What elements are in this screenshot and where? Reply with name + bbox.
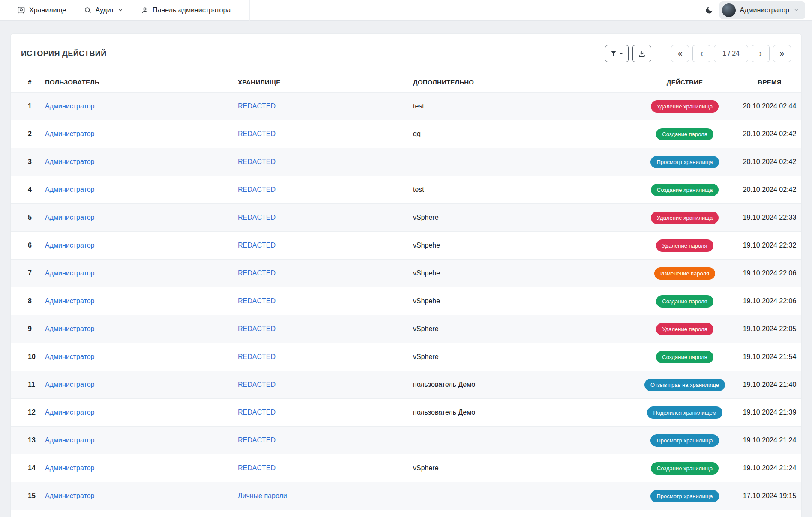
page-title: ИСТОРИЯ ДЕЙСТВИЙ <box>21 49 107 58</box>
table-row: 6 Администратор REDACTED vShpehe Удалени… <box>11 232 802 260</box>
row-number: 9 <box>11 315 45 343</box>
table-row: 1 Администратор REDACTED test Удаление х… <box>11 93 802 120</box>
row-number: 7 <box>11 260 45 287</box>
user-link[interactable]: Администратор <box>45 214 94 221</box>
table-row: 10 Администратор REDACTED vSphere Создан… <box>11 343 802 371</box>
table-row: 12 Администратор REDACTED пользователь Д… <box>11 399 802 427</box>
table-row: 7 Администратор REDACTED vShpehe Изменен… <box>11 260 802 287</box>
time-text: 19.10.2024 22:32 <box>737 232 802 260</box>
time-text: 19.10.2024 22:06 <box>737 260 802 287</box>
extra-text: пользователь Демо <box>413 371 632 399</box>
panel-controls: « ‹ 1 / 24 › » <box>605 45 791 62</box>
table-row: 5 Администратор REDACTED vSphere Удалени… <box>11 204 802 232</box>
action-badge: Просмотр хранилища <box>650 156 719 168</box>
user-link[interactable]: Администратор <box>45 464 94 472</box>
table-row: 4 Администратор REDACTED test Создание х… <box>11 176 802 204</box>
extra-text <box>413 148 632 176</box>
storage-link[interactable]: REDACTED <box>238 464 276 472</box>
extra-text: vSphere <box>413 315 632 343</box>
storage-link[interactable]: REDACTED <box>238 186 276 193</box>
action-badge: Создание пароля <box>656 128 713 140</box>
filter-button[interactable] <box>605 45 629 62</box>
user-link[interactable]: Администратор <box>45 409 94 416</box>
nav-item-audit[interactable]: Аудит <box>77 6 130 14</box>
vault-icon <box>17 6 25 14</box>
chevron-down-icon <box>794 7 799 13</box>
main-nav: Хранилище Аудит Панель администратора <box>10 0 250 21</box>
storage-link[interactable]: REDACTED <box>238 214 276 221</box>
storage-link[interactable]: REDACTED <box>238 381 276 388</box>
dark-mode-toggle[interactable] <box>705 6 713 15</box>
storage-link[interactable]: Личные пароли <box>238 492 287 499</box>
user-link[interactable]: Администратор <box>45 242 94 249</box>
time-text: 19.10.2024 22:33 <box>737 204 802 232</box>
column-header-time: ВРЕМЯ <box>737 73 802 93</box>
user-link[interactable]: Администратор <box>45 269 94 277</box>
user-link[interactable]: Администратор <box>45 436 94 444</box>
storage-link[interactable]: REDACTED <box>238 269 276 277</box>
storage-link[interactable]: REDACTED <box>238 130 276 137</box>
storage-link[interactable]: REDACTED <box>238 102 276 110</box>
nav-item-label: Хранилище <box>29 6 66 14</box>
storage-link[interactable]: REDACTED <box>238 297 276 305</box>
audit-log-card: ИСТОРИЯ ДЕЙСТВИЙ <box>10 33 802 517</box>
extra-text <box>413 482 632 510</box>
row-number: 10 <box>11 343 45 371</box>
nav-item-label: Аудит <box>95 6 114 14</box>
avatar <box>722 3 736 17</box>
extra-text: vSphere <box>413 454 632 482</box>
storage-link[interactable]: REDACTED <box>238 409 276 416</box>
nav-item-admin-panel[interactable]: Панель администратора <box>134 6 237 14</box>
time-text: 19.10.2024 22:05 <box>737 315 802 343</box>
user-link[interactable]: Администратор <box>45 130 94 137</box>
action-badge: Удаление хранилища <box>651 212 719 224</box>
page-indicator: 1 / 24 <box>714 45 748 62</box>
time-text: 20.10.2024 02:42 <box>737 120 802 148</box>
row-number: 6 <box>11 232 45 260</box>
download-icon <box>638 50 646 57</box>
extra-text: test <box>413 176 632 204</box>
user-link[interactable]: Администратор <box>45 492 94 499</box>
row-number: 14 <box>11 454 45 482</box>
time-text: 19.10.2024 21:54 <box>737 343 802 371</box>
storage-link[interactable]: REDACTED <box>238 158 276 165</box>
pagination-prev-button[interactable]: ‹ <box>692 45 710 62</box>
table-row: 2 Администратор REDACTED qq Создание пар… <box>11 120 802 148</box>
extra-text: qq <box>413 120 632 148</box>
nav-item-storage[interactable]: Хранилище <box>10 6 73 14</box>
pagination-next-button[interactable]: › <box>752 45 770 62</box>
row-number: 5 <box>11 204 45 232</box>
time-text: 19.10.2024 21:24 <box>737 454 802 482</box>
user-link[interactable]: Администратор <box>45 102 94 110</box>
row-number: 15 <box>11 482 45 510</box>
pagination: « ‹ 1 / 24 › » <box>671 45 791 62</box>
user-link[interactable]: Администратор <box>45 186 94 193</box>
caret-down-icon <box>619 51 623 56</box>
column-header-storage: ХРАНИЛИЩЕ <box>238 73 413 93</box>
storage-link[interactable]: REDACTED <box>238 436 276 444</box>
storage-link[interactable]: REDACTED <box>238 353 276 360</box>
pagination-last-button[interactable]: » <box>773 45 791 62</box>
column-header-number: # <box>11 73 45 93</box>
storage-link[interactable]: REDACTED <box>238 242 276 249</box>
storage-link[interactable]: REDACTED <box>238 325 276 332</box>
user-link[interactable]: Администратор <box>45 325 94 332</box>
user-link[interactable]: Администратор <box>45 353 94 360</box>
action-badge: Создание пароля <box>656 351 713 363</box>
extra-text <box>413 427 632 454</box>
extra-text: пользователь Демо <box>413 399 632 427</box>
user-link[interactable]: Администратор <box>45 381 94 388</box>
user-name: Администратор <box>740 6 789 14</box>
export-button[interactable] <box>632 45 651 62</box>
time-text: 17.10.2024 19:15 <box>737 482 802 510</box>
filter-icon <box>610 50 617 57</box>
table-row: 16 Просмотр хранилища <box>11 510 802 517</box>
chevron-down-icon <box>118 8 123 13</box>
user-link[interactable]: Администратор <box>45 158 94 165</box>
pagination-first-button[interactable]: « <box>671 45 689 62</box>
action-badge: Поделился хранилищем <box>647 406 722 419</box>
user-menu[interactable]: Администратор <box>719 1 805 19</box>
audit-table-body: 1 Администратор REDACTED test Удаление х… <box>11 93 802 517</box>
user-link[interactable]: Администратор <box>45 297 94 305</box>
navbar-right: Администратор <box>705 1 805 19</box>
